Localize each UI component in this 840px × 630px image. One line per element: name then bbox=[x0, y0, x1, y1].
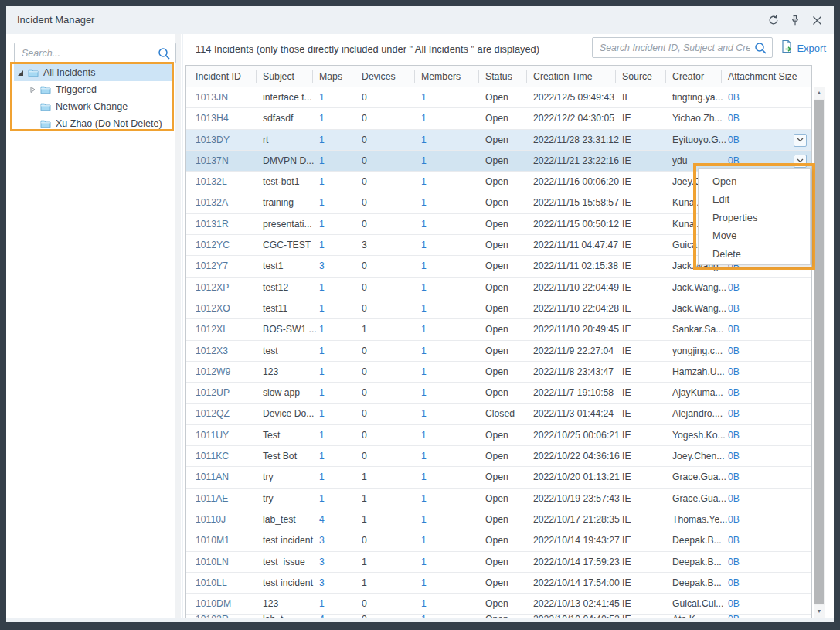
cell-id[interactable]: 1012QZ bbox=[196, 404, 257, 424]
column-header-status[interactable]: Status bbox=[485, 66, 529, 87]
cell-id[interactable]: 10103R bbox=[196, 615, 257, 618]
cell-id[interactable]: 1010M1 bbox=[196, 530, 257, 551]
table-row[interactable]: 1010M1test incident301Open2022/10/14 19:… bbox=[186, 530, 811, 551]
cell-id[interactable]: 1011AN bbox=[196, 467, 257, 488]
cell-id[interactable]: 1010LN bbox=[196, 552, 257, 573]
menu-item-edit[interactable]: Edit bbox=[699, 190, 810, 208]
cell-id[interactable]: 1010DM bbox=[196, 594, 257, 615]
row-dropdown-button[interactable] bbox=[794, 134, 807, 147]
cell-id[interactable]: 1013DY bbox=[196, 130, 257, 151]
table-row[interactable]: 1011UYTest101Open2022/10/25 00:06:21IEYo… bbox=[186, 425, 811, 446]
column-header-attachment_size[interactable]: Attachment Size bbox=[728, 66, 794, 87]
column-header-source[interactable]: Source bbox=[622, 66, 665, 87]
column-header-maps[interactable]: Maps bbox=[319, 66, 355, 87]
table-row[interactable]: 1012XLBOS-SW1 ...111Open2022/11/10 20:49… bbox=[186, 319, 811, 340]
cell-id[interactable]: 1012XL bbox=[196, 319, 257, 340]
cell-members[interactable]: 1 bbox=[421, 87, 480, 108]
cell-id[interactable]: 10132A bbox=[196, 192, 257, 213]
cell-maps[interactable]: 1 bbox=[319, 87, 355, 108]
cell-maps[interactable]: 1 bbox=[319, 594, 355, 615]
incident-search-input[interactable] bbox=[593, 38, 772, 57]
cell-id[interactable]: 1012X3 bbox=[196, 341, 257, 362]
table-row[interactable]: 1010DM123101Open2022/10/13 02:41:45IEGui… bbox=[186, 594, 811, 615]
cell-members[interactable]: 1 bbox=[421, 298, 480, 319]
cell-members[interactable]: 1 bbox=[421, 214, 480, 235]
cell-members[interactable]: 1 bbox=[421, 278, 480, 298]
cell-maps[interactable]: 1 bbox=[319, 383, 355, 404]
cell-attachment_size[interactable]: 0B bbox=[728, 573, 794, 594]
cell-maps[interactable]: 3 bbox=[319, 530, 355, 551]
menu-item-delete[interactable]: Delete bbox=[699, 245, 810, 263]
table-row[interactable]: 1013H4sdfasdf101Open2022/12/2 04:30:05IE… bbox=[186, 108, 811, 129]
scroll-up-button[interactable]: ▲ bbox=[814, 87, 825, 99]
cell-attachment_size[interactable]: 0B bbox=[728, 108, 794, 129]
column-header-devices[interactable]: Devices bbox=[362, 66, 416, 87]
menu-item-properties[interactable]: Properties bbox=[699, 209, 810, 226]
cell-id[interactable]: 1013JN bbox=[196, 87, 257, 108]
cell-attachment_size[interactable]: 0B bbox=[728, 489, 794, 509]
cell-id[interactable]: 1011KC bbox=[196, 446, 257, 467]
refresh-icon[interactable] bbox=[766, 12, 781, 28]
expand-caret-icon[interactable] bbox=[28, 86, 37, 94]
column-header-creation_time[interactable]: Creation Time bbox=[533, 66, 620, 87]
cell-maps[interactable]: 1 bbox=[319, 214, 355, 235]
cell-maps[interactable]: 1 bbox=[319, 404, 355, 424]
cell-maps[interactable]: 1 bbox=[319, 108, 355, 129]
cell-id[interactable]: 10110J bbox=[196, 509, 257, 530]
table-row[interactable]: 1012X3test101Open2022/11/9 22:27:04IEyon… bbox=[186, 341, 811, 362]
cell-members[interactable]: 1 bbox=[421, 489, 480, 509]
cell-members[interactable]: 1 bbox=[421, 446, 480, 467]
cell-maps[interactable]: 1 bbox=[319, 319, 355, 340]
cell-attachment_size[interactable]: 0B bbox=[728, 383, 794, 404]
cell-maps[interactable]: 1 bbox=[319, 362, 355, 383]
cell-members[interactable]: 1 bbox=[421, 256, 480, 277]
cell-maps[interactable]: 1 bbox=[319, 151, 355, 172]
cell-attachment_size[interactable]: 0B bbox=[728, 341, 794, 362]
table-row[interactable]: 1013DYrt101Open2022/11/28 23:31:12IEEyit… bbox=[186, 130, 811, 151]
table-row[interactable]: 1010LLtest incident311Open2022/10/14 17:… bbox=[186, 573, 811, 594]
cell-id[interactable]: 1012XP bbox=[196, 278, 257, 298]
table-row[interactable]: 1011AEtry111Open2022/10/19 23:57:43IEGra… bbox=[186, 489, 811, 509]
menu-item-open[interactable]: Open bbox=[699, 172, 810, 190]
tree-item-network-change[interactable]: Network Change bbox=[14, 98, 172, 115]
search-icon[interactable] bbox=[158, 47, 171, 63]
table-row[interactable]: 1012QZDevice Do...101Closed2022/11/3 01:… bbox=[186, 404, 811, 424]
scrollbar-thumb[interactable] bbox=[814, 100, 824, 604]
cell-attachment_size[interactable]: 0B bbox=[728, 530, 794, 551]
cell-attachment_size[interactable]: 0B bbox=[728, 87, 794, 108]
cell-members[interactable]: 1 bbox=[421, 404, 480, 424]
cell-id[interactable]: 1012W9 bbox=[196, 362, 257, 383]
cell-id[interactable]: 1012YC bbox=[196, 235, 257, 256]
cell-maps[interactable]: 1 bbox=[319, 192, 355, 213]
sidebar-search-input[interactable] bbox=[15, 43, 175, 63]
cell-members[interactable]: 1 bbox=[421, 509, 480, 530]
cell-attachment_size[interactable]: 0B bbox=[728, 509, 794, 530]
export-button[interactable]: Export bbox=[780, 38, 826, 58]
cell-members[interactable]: 1 bbox=[421, 467, 480, 488]
cell-members[interactable]: 1 bbox=[421, 425, 480, 446]
cell-members[interactable]: 1 bbox=[421, 615, 480, 618]
cell-id[interactable]: 1012UP bbox=[196, 383, 257, 404]
search-icon[interactable] bbox=[754, 42, 767, 58]
table-row[interactable]: 1012XPtest12101Open2022/11/10 22:04:49IE… bbox=[186, 278, 811, 298]
cell-members[interactable]: 1 bbox=[421, 319, 480, 340]
cell-members[interactable]: 1 bbox=[421, 130, 480, 151]
cell-attachment_size[interactable]: 0B bbox=[728, 130, 794, 151]
cell-members[interactable]: 1 bbox=[421, 151, 480, 172]
cell-id[interactable]: 10137N bbox=[196, 151, 257, 172]
table-row[interactable]: 1013JNinterface t...101Open2022/12/5 09:… bbox=[186, 87, 811, 108]
cell-maps[interactable]: 4 bbox=[319, 509, 355, 530]
cell-attachment_size[interactable]: 0B bbox=[728, 446, 794, 467]
cell-members[interactable]: 1 bbox=[421, 341, 480, 362]
vertical-scrollbar[interactable]: ▲ ▼ bbox=[814, 87, 825, 618]
pin-icon[interactable] bbox=[787, 12, 803, 28]
cell-maps[interactable]: 3 bbox=[319, 552, 355, 573]
cell-attachment_size[interactable]: 0B bbox=[728, 594, 794, 615]
cell-attachment_size[interactable]: 0B bbox=[728, 319, 794, 340]
cell-attachment_size[interactable]: 0B bbox=[728, 404, 794, 424]
cell-id[interactable]: 1012Y7 bbox=[196, 256, 257, 277]
tree-item-all-incidents[interactable]: All Incidents bbox=[14, 64, 172, 81]
cell-maps[interactable]: 3 bbox=[319, 256, 355, 277]
table-row[interactable]: 1012UPslow app101Open2022/11/7 19:10:58I… bbox=[186, 383, 811, 404]
table-row[interactable]: 1010LNtest_issue311Open2022/10/14 17:59:… bbox=[186, 552, 811, 573]
